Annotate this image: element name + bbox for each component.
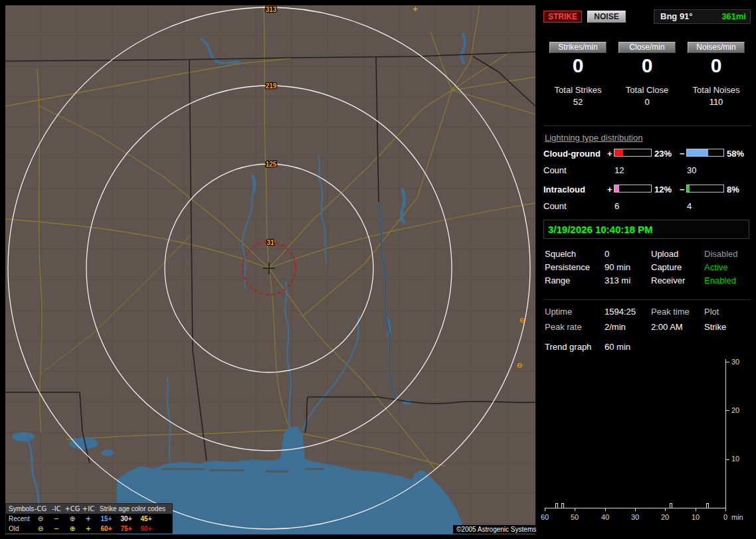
- total-close-value: 0: [613, 97, 682, 107]
- cloud-ground-label: Cloud-ground: [543, 149, 601, 159]
- trend-spike: [555, 503, 558, 508]
- stats-row-2: Peak rate 2/min 2:00 AM Strike: [543, 322, 751, 333]
- settings-row-squelch: Squelch 0 Upload Disabled: [543, 249, 751, 260]
- cg-plus-pct: 23%: [654, 149, 672, 159]
- pos-cg-old-icon: ⊕: [64, 524, 80, 534]
- age-15: 15+: [96, 514, 116, 524]
- x-tick-40: [605, 508, 606, 511]
- legend-symbols-title: Symbols: [6, 504, 33, 514]
- y-tick-20: [726, 410, 729, 411]
- close-per-min-button[interactable]: Close/min: [618, 42, 676, 53]
- settings-row-persistence: Persistence 90 min Capture Active: [543, 262, 751, 273]
- y-tick-30: [726, 362, 729, 362]
- counters-section: Strikes/min 0 Total Strikes 52 Close/min…: [543, 42, 751, 107]
- map-canvas[interactable]: 313 219 125 31 +⊖⊖: [5, 5, 535, 534]
- settings-row-range: Range 313 mi Receiver Enabled: [543, 275, 751, 286]
- legend-col-pos-cg: +CG: [64, 504, 80, 514]
- distance-value: 361mi: [721, 11, 746, 21]
- timestamp-display: 3/19/2026 10:40:18 PM: [543, 220, 749, 239]
- persistence-label: Persistence: [545, 262, 590, 273]
- legend-age-title: Strike age color codes: [96, 504, 172, 514]
- strike-button[interactable]: STRIKE: [543, 11, 582, 23]
- ic-minus-bar: [686, 185, 724, 193]
- total-close-label: Total Close: [613, 85, 682, 95]
- close-per-min-value: 0: [613, 56, 682, 76]
- persistence-value: 90 min: [605, 262, 630, 273]
- cg-minus-bar: [686, 149, 724, 157]
- age-45: 45+: [136, 514, 156, 524]
- x-label-50: 50: [567, 513, 582, 521]
- neg-ic-recent-icon: −: [48, 514, 64, 524]
- legend-col-pos-ic: +IC: [80, 504, 96, 514]
- lightning-map[interactable]: 313 219 125 31 +⊖⊖ Symbols -CG -IC +CG +…: [5, 5, 535, 534]
- bearing-value: Bng 91°: [660, 11, 693, 21]
- noises-per-min-value: 0: [682, 56, 751, 76]
- noises-column: Noises/min 0 Total Noises 110: [682, 42, 751, 107]
- ic-count-label: Count: [543, 201, 567, 212]
- strikes-per-min-button[interactable]: Strikes/min: [549, 42, 607, 53]
- total-noises-value: 110: [682, 97, 751, 107]
- age-90: 90+: [136, 524, 156, 534]
- x-tick-10: [696, 508, 696, 511]
- status-panel: STRIKE NOISE Bng 91° 361mi Strikes/min 0…: [543, 0, 751, 539]
- peak-rate-label: Peak rate: [545, 322, 582, 333]
- noise-button[interactable]: NOISE: [587, 11, 626, 23]
- legend-col-neg-ic: -IC: [48, 504, 64, 514]
- cg-plus-bar-fill: [614, 149, 623, 156]
- pos-ic-old-icon: +: [80, 524, 96, 534]
- x-label-10: 10: [688, 513, 703, 521]
- trend-row: Trend graph 60 min: [543, 342, 751, 352]
- legend-row-recent: Recent ⊖ − ⊕ + 15+ 30+ 45+: [6, 514, 172, 524]
- receiver-label: Receiver: [651, 275, 685, 286]
- cg-minus-bar-fill: [687, 149, 708, 156]
- ic-plus-bar: [614, 185, 652, 193]
- cg-count-label: Count: [543, 165, 567, 176]
- ic-plus-count: 6: [614, 201, 619, 212]
- plot-value: Strike: [704, 322, 726, 333]
- cg-plus-bar: [614, 149, 652, 157]
- plus-sign: +: [607, 149, 613, 159]
- range-ring-label-219: 219: [266, 82, 277, 90]
- legend-header-row: Symbols -CG -IC +CG +IC Strike age color…: [6, 504, 172, 514]
- trend-plot-area: 30 20 10 60 50 40 30 20 10 0 min: [543, 356, 751, 534]
- receiver-value: Enabled: [704, 275, 736, 286]
- minus-sign: −: [680, 149, 685, 159]
- uptime-value: 1594:25: [605, 307, 636, 317]
- total-strikes-label: Total Strikes: [543, 85, 613, 95]
- x-label-20: 20: [658, 513, 672, 521]
- peak-time-value: 2:00 AM: [651, 322, 683, 333]
- age-30: 30+: [116, 514, 136, 524]
- strike-marker: ⊖: [516, 361, 522, 370]
- noises-per-min-button[interactable]: Noises/min: [688, 42, 745, 53]
- legend-row-old: Old ⊖ − ⊕ + 60+ 75+ 90+: [6, 524, 172, 534]
- trend-spike: [670, 503, 672, 508]
- range-value: 313 mi: [605, 275, 630, 286]
- range-label: Range: [545, 275, 570, 286]
- stats-row-1: Uptime 1594:25 Peak time Plot: [543, 307, 751, 317]
- strike-marker: +: [412, 5, 418, 13]
- neg-cg-recent-icon: ⊖: [33, 514, 48, 524]
- ic-minus-count: 4: [687, 201, 692, 212]
- trend-chart: 30 20 10 60 50 40 30 20 10 0 min: [543, 356, 756, 534]
- x-unit-label: min: [731, 513, 743, 521]
- y-label-20: 20: [731, 406, 739, 414]
- peak-time-label: Peak time: [651, 307, 690, 317]
- age-60: 60+: [96, 524, 116, 534]
- divider: [543, 299, 751, 300]
- neg-cg-old-icon: ⊖: [33, 524, 48, 534]
- intracloud-count-row: Count 6 4: [543, 201, 751, 212]
- timestamp-value: 3/19/2026 10:40:18 PM: [548, 224, 653, 235]
- uptime-label: Uptime: [545, 307, 572, 317]
- strike-marker: ⊖: [519, 316, 525, 325]
- x-tick-30: [635, 508, 636, 511]
- capture-label: Capture: [651, 262, 682, 273]
- x-label-60: 60: [537, 513, 552, 521]
- cg-plus-count: 12: [614, 165, 624, 176]
- app-window: 313 219 125 31 +⊖⊖ Symbols -CG -IC +CG +…: [0, 0, 756, 539]
- capture-value: Active: [704, 262, 727, 273]
- squelch-value: 0: [605, 249, 609, 260]
- y-label-10: 10: [731, 455, 739, 463]
- intracloud-row: Intracloud + 12% − 8%: [543, 185, 751, 195]
- trend-spike: [561, 503, 564, 508]
- plus-sign: +: [607, 185, 613, 195]
